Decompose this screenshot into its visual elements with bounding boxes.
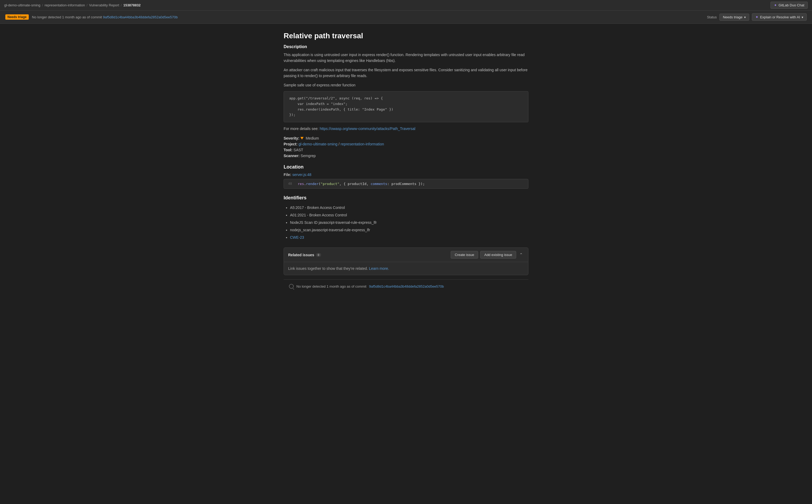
status-right: Status Needs triage ✦ Explain or Resolve…: [707, 13, 807, 21]
file-ref: File: server.js:48: [284, 173, 528, 177]
status-dropdown[interactable]: Needs triage: [719, 14, 749, 21]
duo-chat-button[interactable]: ✦ GitLab Duo Chat: [771, 2, 808, 9]
line-number: 48: [288, 182, 295, 186]
owasp-link[interactable]: https://owasp.org/www-community/attacks/…: [320, 127, 415, 131]
collapse-button[interactable]: ⌃: [518, 251, 524, 258]
breadcrumb-item-org[interactable]: gl-demo-ultimate-sming: [4, 3, 40, 7]
scanner-value: Semgrep: [301, 154, 316, 158]
related-issues-section: Related issues 0 Create issue Add existi…: [284, 247, 528, 275]
explain-resolve-label: Explain or Resolve with AI: [760, 15, 800, 19]
learn-more-link[interactable]: Learn more.: [369, 266, 389, 271]
scanner-row: Scanner: Semgrep: [284, 154, 528, 158]
tool-row: Tool: SAST: [284, 148, 528, 152]
file-label: File:: [284, 173, 291, 177]
breadcrumb-item-vuln-report[interactable]: Vulnerability Report: [89, 3, 119, 7]
explain-chevron-icon: [802, 15, 803, 19]
more-details-prefix: For more details see:: [284, 127, 319, 131]
severity-row: Severity: Medium: [284, 136, 528, 140]
chevron-down-icon: [744, 15, 746, 19]
identifier-text: A01:2021 - Broken Access Control: [290, 213, 347, 217]
severity-label: Severity:: [284, 136, 299, 140]
status-bar: Needs triage No longer detected 1 month …: [0, 11, 812, 24]
list-item: nodejs_scan.javascript-traversal-rule-ex…: [290, 226, 528, 234]
project-row: Project: gl-demo-ultimate-sming / repres…: [284, 142, 528, 146]
code-line-block: 48 res.render("product", { productId, co…: [284, 179, 528, 189]
severity-value: Medium: [306, 136, 319, 140]
add-existing-issue-button[interactable]: Add existing issue: [480, 251, 516, 259]
related-issues-header: Related issues 0 Create issue Add existi…: [284, 248, 528, 262]
list-item: NodeJS Scan ID javascript-traversal-rule…: [290, 219, 528, 226]
needs-triage-badge: Needs triage: [5, 14, 29, 20]
breadcrumb-sep-2: /: [86, 3, 87, 7]
more-details: For more details see: https://owasp.org/…: [284, 127, 528, 131]
project-sep: /: [338, 142, 341, 146]
vuln-title: Relative path traversal: [284, 32, 528, 40]
sample-label: Sample safe use of express.render functi…: [284, 82, 528, 88]
identifier-text: A5:2017 - Broken Access Control: [290, 205, 345, 210]
duo-chat-icon: ✦: [774, 3, 777, 7]
code-line-content: res.render("product", { productId, comme…: [298, 182, 425, 186]
status-text: No longer detected 1 month ago as of com…: [32, 15, 704, 19]
breadcrumb-sep-3: /: [121, 3, 122, 7]
breadcrumb-current: 153878832: [123, 3, 140, 7]
project-link-repo[interactable]: representation-information: [341, 142, 384, 146]
status-dropdown-value: Needs triage: [723, 15, 743, 19]
tool-value: SAST: [294, 148, 303, 152]
ai-star-icon: ✦: [755, 15, 759, 19]
no-longer-text: No longer detected 1 month ago as of com…: [32, 15, 102, 19]
collapse-icon: ⌃: [519, 253, 523, 257]
main-content: Relative path traversal Description This…: [278, 24, 534, 301]
identifier-text: nodejs_scan.javascript-traversal-rule-ex…: [290, 228, 370, 232]
breadcrumb-sep-1: /: [42, 3, 43, 7]
breadcrumb-item-repo[interactable]: representation-information: [44, 3, 85, 7]
list-item: A5:2017 - Broken Access Control: [290, 204, 528, 211]
description-para-2: An attacker can craft malicious input th…: [284, 67, 528, 79]
list-item: CWE-23: [290, 234, 528, 241]
code-block-pre: app.get("/traversal/2", async (req, res)…: [289, 96, 523, 118]
commit-link[interactable]: 9af5d8d1c4ba44bba3b48ddefa2852a0d5ee570b: [103, 15, 178, 19]
related-issues-body: Link issues together to show that they'r…: [284, 262, 528, 275]
create-issue-button[interactable]: Create issue: [451, 251, 478, 259]
list-item: A01:2021 - Broken Access Control: [290, 211, 528, 219]
related-issues-label: Related issues: [288, 253, 314, 257]
code-block-sample: app.get("/traversal/2", async (req, res)…: [284, 91, 528, 122]
bottom-commit-link[interactable]: 9af5d8d1c4ba44bba3b48ddefa2852a0d5ee570b: [369, 284, 444, 288]
explain-resolve-button[interactable]: ✦ Explain or Resolve with AI: [752, 13, 807, 21]
identifiers-title: Identifiers: [284, 195, 528, 201]
status-label: Status: [707, 15, 717, 19]
project-label: Project:: [284, 142, 298, 146]
location-title: Location: [284, 164, 528, 170]
description-para-1: This application is using untrusted user…: [284, 52, 528, 64]
tool-label: Tool:: [284, 148, 292, 152]
project-link-org[interactable]: gl-demo-ultimate-sming: [299, 142, 337, 146]
description-title: Description: [284, 44, 528, 49]
top-nav: gl-demo-ultimate-sming / representation-…: [0, 0, 812, 11]
cwe-link[interactable]: CWE-23: [290, 235, 304, 240]
identifier-text: NodeJS Scan ID javascript-traversal-rule…: [290, 220, 377, 225]
related-issues-actions: Create issue Add existing issue ⌃: [451, 251, 524, 259]
scanner-label: Scanner:: [284, 154, 300, 158]
related-issues-title: Related issues 0: [288, 253, 451, 257]
scan-icon: [289, 284, 294, 289]
issues-count-badge: 0: [316, 253, 321, 257]
bottom-no-longer-text: No longer detected 1 month ago as of com…: [296, 284, 366, 288]
identifiers-list: A5:2017 - Broken Access Control A01:2021…: [284, 204, 528, 241]
breadcrumb: gl-demo-ultimate-sming / representation-…: [4, 3, 141, 7]
file-link[interactable]: server.js:48: [292, 173, 312, 177]
duo-chat-label: GitLab Duo Chat: [779, 3, 804, 7]
related-issues-body-text: Link issues together to show that they'r…: [288, 266, 368, 271]
severity-icon: [300, 137, 304, 140]
bottom-bar: No longer detected 1 month ago as of com…: [284, 279, 528, 293]
